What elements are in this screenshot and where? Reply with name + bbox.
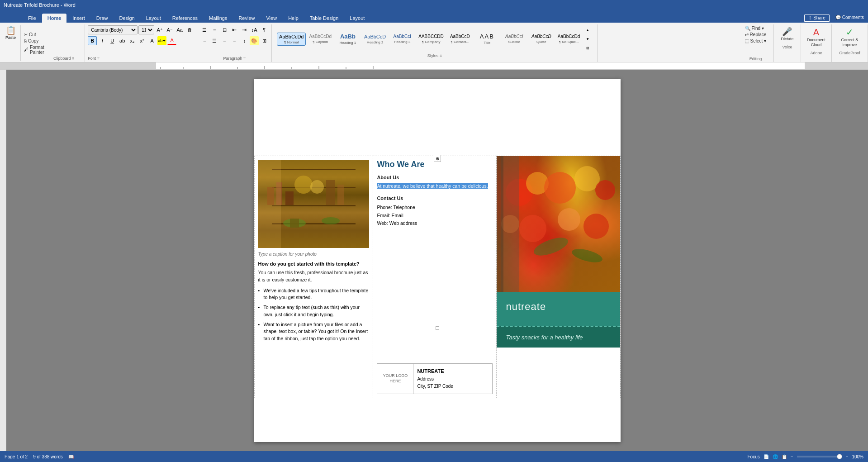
about-heading: About Us [377,175,493,180]
strikethrough-btn[interactable]: ab [118,36,127,45]
style-caption[interactable]: AaBbCcDd ¶ Caption [307,33,333,45]
styles-expand[interactable]: ⊞ [583,43,592,52]
shrink-font-btn[interactable]: A⁻ [165,25,174,34]
tab-home[interactable]: Home [42,14,67,23]
style-subtitle[interactable]: AaBbCcI Subtitle [501,33,527,45]
svg-rect-18 [290,219,299,228]
format-painter-button[interactable]: 🖌 Format Painter [23,44,46,55]
right-column: nutreate Tasty snacks for a healthy life [497,156,620,398]
line-spacing-btn[interactable]: ↕ [240,36,249,45]
text-highlight-btn[interactable]: ab✦ [157,36,166,45]
focus-btn[interactable]: Focus [748,454,760,459]
styles-expand-btn[interactable]: ⌗ [440,53,442,58]
comments-btn[interactable]: 💬 Comments [832,14,868,22]
multilevel-btn[interactable]: ⊟ [220,25,229,34]
style-heading3-preview: AaBbCcI [394,34,411,39]
underline-btn[interactable]: U [108,36,117,45]
style-heading2[interactable]: AaBbCcD Heading 2 [362,33,388,46]
tab-references[interactable]: References [167,14,203,23]
font-size-select[interactable]: 11 [138,25,154,34]
table-move-handle[interactable]: ⊕ [434,155,441,162]
style-heading1-preview: AaBb [340,33,356,40]
view-outline-icon[interactable]: 📋 [782,454,787,459]
tab-design[interactable]: Design [114,14,140,23]
svg-point-28 [558,208,580,231]
font-color-btn[interactable]: A [167,36,176,45]
zoom-slider[interactable] [797,456,842,457]
find-btn[interactable]: 🔍 Find ▾ [744,25,765,31]
justify-btn[interactable]: ≡ [230,36,239,45]
style-heading1[interactable]: AaBb Heading 1 [335,32,361,46]
tab-review[interactable]: Review [233,14,260,23]
page-container[interactable]: ⊕ [6,70,868,451]
align-right-btn[interactable]: ≡ [220,36,229,45]
zoom-in-btn[interactable]: + [846,454,849,459]
company-name: NUTREATE [417,367,489,376]
gradeproof-group: ✓ Correct &Improve GradeProof [832,24,868,62]
adobe-btn[interactable]: A DocumentCloud [804,25,829,50]
select-btn[interactable]: ⬚ Select ▾ [744,38,768,44]
subscript-btn[interactable]: x₂ [128,36,137,45]
paragraph-expand[interactable]: ⌗ [243,56,246,61]
show-hide-btn[interactable]: ¶ [260,25,269,34]
tab-layout[interactable]: Layout [141,14,166,23]
italic-btn[interactable]: I [98,36,107,45]
dictate-btn[interactable]: 🎤 Dictate [778,25,797,44]
word-count: 9 of 388 words [33,454,63,459]
view-print-icon[interactable]: 📄 [764,454,769,459]
copy-button[interactable]: ⎘ Copy [23,38,46,44]
tab-help[interactable]: Help [283,14,304,23]
numbering-btn[interactable]: ≡ [210,25,219,34]
text-effects-btn[interactable]: A [147,36,157,45]
zoom-out-btn[interactable]: − [791,454,793,459]
microphone-icon: 🎤 [782,28,792,36]
style-quote[interactable]: AaBbCcD Quote [528,33,555,45]
paste-button[interactable]: 📋 Paste [3,25,19,41]
tab-file[interactable]: File [23,14,42,23]
cut-label: Cut [29,32,36,37]
tagline-box: Tasty snacks for a healthy life [497,326,620,348]
increase-indent-btn[interactable]: ⇥ [240,25,249,34]
font-expand[interactable]: ⌗ [97,56,100,61]
about-text: At nutreate, we believe that healthy can… [377,183,493,190]
style-heading3[interactable]: AaBbCcI Heading 3 [389,33,415,45]
borders-btn[interactable]: ⊞ [260,36,269,45]
style-quote-preview: AaBbCcD [531,34,551,39]
shading-btn[interactable]: 🎨 [250,36,259,45]
clear-formatting-btn[interactable]: 🗑 [185,25,194,34]
style-normal[interactable]: AaBbCcDd ¶ Normal [277,33,306,46]
clipboard-expand[interactable]: ⌗ [72,56,74,61]
share-btn[interactable]: ⇧ Share [804,14,829,22]
styles-list: AaBbCcDd ¶ Normal AaBbCcDd ¶ Caption AaB… [277,32,582,46]
style-title[interactable]: AAB Title [474,32,500,46]
replace-btn[interactable]: ⇄ Replace [744,32,768,38]
ruler-markings [156,62,805,70]
bullets-btn[interactable]: ☰ [200,25,209,34]
view-web-icon[interactable]: 🌐 [773,454,778,459]
styles-scroll-up[interactable]: ▲ [583,25,592,34]
font-family-select[interactable]: Cambria (Body) [88,25,138,34]
tab-table-design[interactable]: Table Design [304,14,344,23]
tab-draw[interactable]: Draw [91,14,114,23]
gradeproof-btn[interactable]: ✓ Correct &Improve [838,25,861,50]
style-nospace[interactable]: AaBbCcDd ¶ No Spac... [555,33,582,45]
align-left-btn[interactable]: ≡ [200,36,209,45]
styles-scroll-down[interactable]: ▼ [583,34,592,43]
list-item: To replace any tip text (such as this) w… [258,304,370,319]
tab-insert[interactable]: Insert [67,14,90,23]
tab-mailings[interactable]: Mailings [204,14,232,23]
cut-button[interactable]: ✂ Cut [23,32,46,38]
tab-view[interactable]: View [261,14,282,23]
change-case-btn[interactable]: Aa [175,25,184,34]
align-center-btn[interactable]: ☰ [210,36,219,45]
tab-layout2[interactable]: Layout [344,14,370,23]
decrease-indent-btn[interactable]: ⇤ [230,25,239,34]
superscript-btn[interactable]: x² [138,36,147,45]
table-resize-handle[interactable] [436,326,439,330]
bold-btn[interactable]: B [88,36,97,45]
sort-btn[interactable]: ↕A [250,25,259,34]
middle-column: Who We Are About Us At nutreate, we beli… [373,156,497,398]
grow-font-btn[interactable]: A⁺ [155,25,164,34]
style-contact[interactable]: AaBbCcD ¶ Contact... [447,33,473,45]
style-company[interactable]: AABBCCDD ¶ Company [416,33,446,45]
